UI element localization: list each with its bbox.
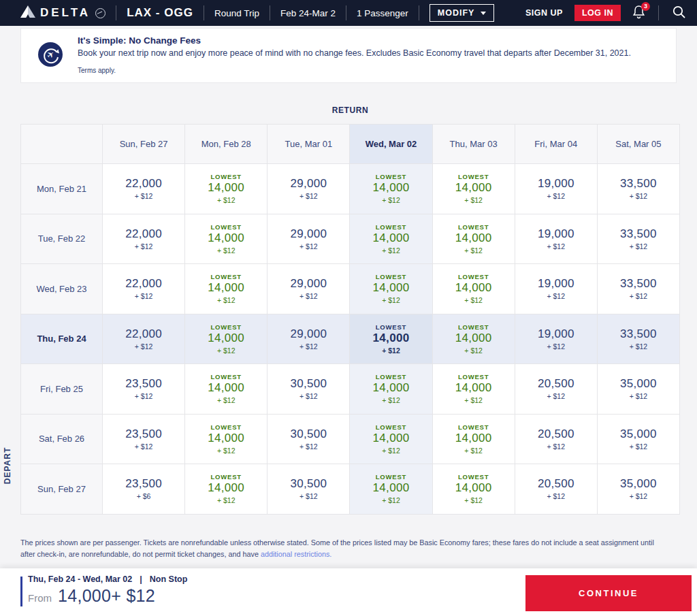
lowest-badge: LOWEST [458, 173, 489, 180]
passenger-count-label[interactable]: 1 Passenger [357, 8, 408, 18]
fare-cell[interactable]: 22,000+ $12 [103, 314, 185, 365]
fare-cell[interactable]: LOWEST14,000+ $12 [350, 214, 432, 265]
fare-cell[interactable]: LOWEST14,000+ $12 [185, 164, 268, 214]
additional-restrictions-link[interactable]: additional restrictions. [261, 550, 331, 558]
return-date-header[interactable]: Fri, Mar 04 [515, 125, 598, 164]
search-icon [672, 10, 686, 21]
return-date-header[interactable]: Wed, Mar 02 [350, 125, 432, 164]
depart-date-header[interactable]: Fri, Feb 25 [21, 364, 103, 415]
summary-dates: Thu, Feb 24 - Wed, Mar 02 [28, 574, 132, 584]
log-in-button[interactable]: LOG IN [574, 5, 621, 21]
fare-cell[interactable]: 22,000+ $12 [103, 164, 185, 214]
fee-value: + $12 [217, 296, 236, 304]
fare-cell[interactable]: LOWEST14,000+ $12 [433, 164, 515, 214]
return-date-header[interactable]: Sun, Feb 27 [103, 125, 185, 164]
fare-cell[interactable]: 19,000+ $12 [515, 214, 598, 265]
return-date-header[interactable]: Sat, Mar 05 [598, 125, 680, 164]
return-date-header[interactable]: Thu, Mar 03 [433, 125, 515, 164]
fare-cell[interactable]: 30,500+ $12 [268, 415, 350, 465]
trip-type-label[interactable]: Round Trip [214, 8, 259, 18]
fare-cell[interactable]: LOWEST14,000+ $12 [350, 264, 432, 314]
fare-cell[interactable]: LOWEST14,000+ $12 [433, 364, 515, 415]
sign-up-button[interactable]: SIGN UP [525, 8, 563, 18]
fee-value: + $12 [217, 196, 236, 204]
miles-value: 30,500 [290, 477, 327, 491]
search-button[interactable] [672, 5, 686, 22]
matrix-corner-cell [21, 125, 103, 164]
fare-cell[interactable]: LOWEST14,000+ $12 [350, 314, 432, 365]
delta-logo[interactable]: DELTA [20, 5, 106, 20]
fare-cell[interactable]: 19,000+ $12 [515, 264, 598, 314]
fare-cell[interactable]: 35,000+ $12 [598, 415, 680, 465]
lowest-badge: LOWEST [376, 223, 406, 231]
fare-cell[interactable]: 33,500+ $12 [598, 214, 680, 265]
return-date-header[interactable]: Tue, Mar 01 [268, 125, 350, 164]
return-date-header[interactable]: Mon, Feb 28 [185, 125, 268, 164]
depart-date-header[interactable]: Sun, Feb 27 [21, 464, 103, 515]
fare-cell[interactable]: 23,500+ $12 [103, 415, 185, 465]
nav-divider [658, 5, 659, 20]
fare-cell[interactable]: LOWEST14,000+ $12 [350, 464, 432, 515]
depart-date-header[interactable]: Mon, Feb 21 [21, 164, 103, 214]
fare-cell[interactable]: LOWEST14,000+ $12 [433, 464, 515, 515]
fare-cell[interactable]: LOWEST14,000+ $12 [185, 464, 268, 515]
notifications-button[interactable]: 3 [632, 5, 645, 22]
depart-date-header[interactable]: Sat, Feb 26 [21, 415, 103, 465]
fare-cell[interactable]: LOWEST14,000+ $12 [350, 415, 432, 465]
fare-cell[interactable]: LOWEST14,000+ $12 [433, 214, 515, 265]
route-label[interactable]: LAX - OGG [127, 6, 193, 20]
fare-cell[interactable]: 20,500+ $12 [515, 415, 598, 465]
fare-cell[interactable]: 33,500+ $12 [598, 264, 680, 314]
fare-cell[interactable]: 30,500+ $12 [268, 464, 350, 515]
fare-cell[interactable]: 30,500+ $12 [268, 364, 350, 415]
nav-divider [116, 5, 116, 20]
trip-dates-label[interactable]: Feb 24-Mar 2 [280, 8, 336, 18]
fare-cell[interactable]: 20,500+ $12 [515, 364, 598, 415]
miles-value: 14,000 [208, 331, 244, 345]
fare-cell[interactable]: 22,000+ $12 [103, 264, 185, 314]
fare-cell[interactable]: 23,500+ $6 [103, 464, 185, 515]
depart-date-header[interactable]: Thu, Feb 24 [21, 314, 103, 365]
fare-cell[interactable]: LOWEST14,000+ $12 [185, 214, 268, 265]
fare-cell[interactable]: LOWEST14,000+ $12 [350, 364, 432, 415]
promo-terms[interactable]: Terms apply. [78, 67, 631, 74]
fare-cell[interactable]: LOWEST14,000+ $12 [433, 314, 515, 365]
fare-cell[interactable]: 19,000+ $12 [515, 164, 598, 214]
fare-cell[interactable]: 19,000+ $12 [515, 314, 598, 365]
fare-cell[interactable]: LOWEST14,000+ $12 [185, 364, 268, 415]
fare-cell[interactable]: LOWEST14,000+ $12 [433, 264, 515, 314]
fare-cell[interactable]: 22,000+ $12 [103, 214, 185, 265]
depart-date-header[interactable]: Tue, Feb 22 [21, 214, 103, 265]
fare-cell[interactable]: 23,500+ $12 [103, 364, 185, 415]
fare-cell[interactable]: LOWEST14,000+ $12 [185, 415, 268, 465]
fare-cell[interactable]: 20,500+ $12 [515, 464, 598, 515]
fare-cell[interactable]: 29,000+ $12 [268, 214, 350, 265]
fee-value: + $12 [464, 447, 483, 455]
fare-cell[interactable]: LOWEST14,000+ $12 [185, 264, 268, 314]
nav-divider [346, 5, 346, 20]
fee-value: + $12 [299, 342, 318, 351]
fee-value: + $12 [630, 442, 648, 451]
lowest-badge: LOWEST [210, 473, 241, 481]
fare-cell[interactable]: 29,000+ $12 [268, 264, 350, 314]
fare-cell[interactable]: 35,000+ $12 [598, 464, 680, 515]
fare-cell[interactable]: 29,000+ $12 [268, 164, 350, 214]
fare-cell[interactable]: LOWEST14,000+ $12 [350, 164, 432, 214]
continue-button[interactable]: CONTINUE [525, 575, 692, 611]
modify-button[interactable]: MODIFY [429, 4, 495, 22]
trip-summary-bar: Thu, Feb 24 - Wed, Mar 02|Non Stop From … [0, 568, 697, 616]
fare-cell[interactable]: 33,500+ $12 [598, 164, 680, 214]
fare-cell[interactable]: LOWEST14,000+ $12 [185, 314, 268, 365]
miles-value: 22,000 [125, 227, 162, 241]
lowest-badge: LOWEST [376, 273, 406, 280]
fare-cell[interactable]: LOWEST14,000+ $12 [433, 415, 515, 465]
miles-value: 19,000 [538, 177, 574, 191]
depart-date-header[interactable]: Wed, Feb 23 [21, 264, 103, 314]
fare-cell[interactable]: 35,000+ $12 [598, 364, 680, 415]
fee-value: + $12 [299, 392, 318, 400]
lowest-badge: LOWEST [376, 423, 406, 431]
fare-cell[interactable]: 29,000+ $12 [268, 314, 350, 365]
miles-value: 20,500 [538, 377, 574, 391]
fee-value: + $12 [299, 492, 318, 500]
fare-cell[interactable]: 33,500+ $12 [598, 314, 680, 365]
